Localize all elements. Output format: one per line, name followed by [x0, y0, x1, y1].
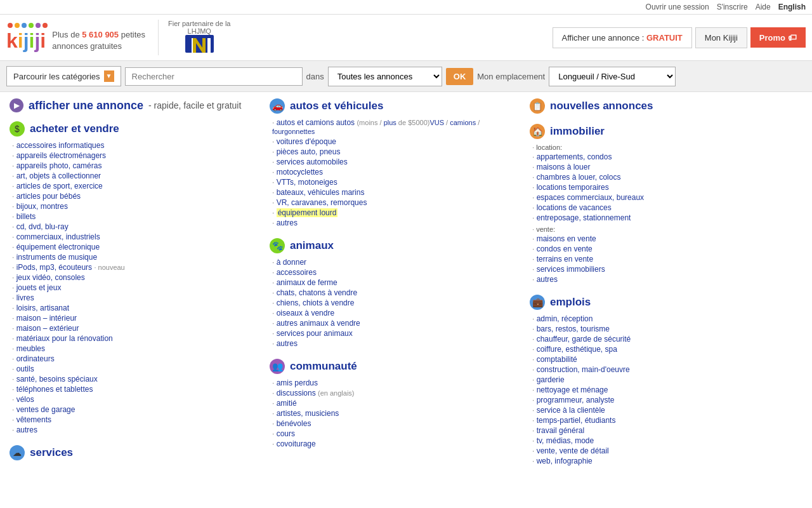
coiffure-link[interactable]: coiffure, esthétique, spa: [537, 345, 617, 354]
locations-vacances-link[interactable]: locations de vacances: [537, 203, 612, 212]
condos-vente-link[interactable]: condos en vente: [537, 244, 593, 253]
autos-link[interactable]: autos: [336, 118, 355, 127]
temps-partiel-link[interactable]: temps-partiel, étudiants: [537, 416, 616, 425]
autos-autres-link[interactable]: autres: [277, 218, 298, 227]
immobilier-autres-link[interactable]: autres: [537, 275, 558, 284]
acheter-autres-link[interactable]: autres: [16, 425, 37, 434]
animaux-ferme-link[interactable]: animaux de ferme: [277, 278, 337, 287]
chiens-link[interactable]: chiens, chiots à vendre: [277, 298, 355, 307]
ventes-garage-link[interactable]: ventes de garage: [16, 405, 75, 414]
materiaux-renovation-link[interactable]: matériaux pour la rénovation: [16, 334, 113, 343]
motocyclettes-link[interactable]: motocyclettes: [277, 168, 323, 177]
maisons-louer-link[interactable]: maisons à louer: [537, 163, 591, 171]
bars-restos-link[interactable]: bars, restos, tourisme: [537, 324, 610, 333]
vente-detail-link[interactable]: vente, vente de détail: [537, 446, 609, 455]
amitie-link[interactable]: amitié: [277, 399, 297, 408]
instruments-musique-link[interactable]: instruments de musique: [16, 253, 97, 262]
animaux-autres-link[interactable]: autres: [277, 339, 298, 348]
plus-link[interactable]: plus: [384, 119, 396, 126]
comptabilite-link[interactable]: comptabilité: [537, 355, 577, 364]
articles-bebes-link[interactable]: articles pour bébés: [16, 192, 81, 201]
espaces-commerciaux-link[interactable]: espaces commerciaux, bureaux: [537, 193, 644, 202]
amis-perdus-link[interactable]: amis perdus: [277, 378, 318, 387]
emplois-title[interactable]: emplois: [550, 296, 591, 309]
appareils-photo-link[interactable]: appareils photo, caméras: [16, 161, 102, 170]
autos-title[interactable]: autos et véhicules: [290, 100, 383, 112]
equipement-lourd-link[interactable]: équipement lourd: [277, 208, 338, 217]
inscrire-link[interactable]: S'inscrire: [717, 3, 748, 11]
vr-caravanes-link[interactable]: VR, caravanes, remorques: [277, 198, 367, 207]
aide-link[interactable]: Aide: [756, 3, 771, 11]
art-objets-link[interactable]: art, objets à collectionner: [16, 171, 101, 180]
entreposage-link[interactable]: entreposage, stationnement: [537, 213, 631, 222]
chambres-louer-link[interactable]: chambres à louer, colocs: [537, 173, 621, 182]
equipement-electronique-link[interactable]: équipement électronique: [16, 243, 100, 251]
logo-link[interactable]: kijiji: [6, 30, 46, 51]
vetements-link[interactable]: vêtements: [16, 415, 51, 424]
location-select[interactable]: Longueuil / Rive-Sud: [549, 67, 676, 86]
nouvelles-title-link[interactable]: nouvelles annonces: [550, 100, 653, 112]
services-title[interactable]: services: [30, 446, 73, 459]
garderie-link[interactable]: garderie: [537, 375, 565, 384]
travail-general-link[interactable]: travail général: [537, 426, 584, 435]
pieces-auto-link[interactable]: pièces auto, pneus: [277, 147, 341, 156]
construction-link[interactable]: construction, main-d'oeuvre: [537, 365, 630, 374]
animaux-title[interactable]: animaux: [290, 239, 334, 252]
chauffeur-link[interactable]: chauffeur, garde de sécurité: [537, 335, 631, 344]
acheter-vendre-title[interactable]: acheter et vendre: [30, 123, 119, 135]
tv-medias-link[interactable]: tv, médias, mode: [537, 436, 594, 445]
autres-animaux-link[interactable]: autres animaux à vendre: [277, 319, 360, 328]
billets-link[interactable]: billets: [16, 212, 36, 221]
loisirs-link[interactable]: loisirs, artisanat: [16, 304, 69, 312]
autos-camions-link[interactable]: autos et camions: [277, 118, 334, 127]
locations-temporaires-link[interactable]: locations temporaires: [537, 183, 609, 192]
services-animaux-link[interactable]: services pour animaux: [277, 329, 353, 338]
appareils-electromenagers-link[interactable]: appareils électroménagers: [16, 151, 106, 160]
livres-link[interactable]: livres: [16, 293, 34, 302]
jeux-video-link[interactable]: jeux vidéo, consoles: [16, 273, 85, 282]
accessoires-informatiques-link[interactable]: accessoires informatiques: [16, 141, 105, 150]
artistes-link[interactable]: artistes, musiciens: [277, 409, 339, 418]
bijoux-montres-link[interactable]: bijoux, montres: [16, 202, 68, 211]
services-immobiliers-link[interactable]: services immobiliers: [537, 265, 605, 274]
terrains-vente-link[interactable]: terrains en vente: [537, 255, 593, 264]
category-select[interactable]: Toutes les annonces: [328, 67, 442, 86]
benevoles-link[interactable]: bénévoles: [277, 419, 311, 428]
cd-dvd-link[interactable]: cd, dvd, blu-ray: [16, 222, 69, 231]
fourgonnettes-link[interactable]: fourgonnettes: [272, 128, 315, 135]
communaute-title[interactable]: communauté: [290, 360, 357, 373]
commerciaux-link[interactable]: commerciaux, industriels: [16, 232, 100, 241]
parcourir-button[interactable]: Parcourir les catégories ▼: [6, 66, 121, 86]
sante-link[interactable]: santé, besoins spéciaux: [16, 375, 98, 384]
service-clientele-link[interactable]: service à la clientèle: [537, 406, 605, 415]
bateaux-link[interactable]: bateaux, véhicules marins: [277, 188, 365, 197]
vtts-link[interactable]: VTTs, motoneiges: [277, 178, 337, 187]
accessoires-animaux-link[interactable]: accessoires: [277, 268, 317, 277]
chats-link[interactable]: chats, chatons à vendre: [277, 288, 357, 297]
camions-link[interactable]: camions: [450, 119, 476, 126]
mon-kijiji-button[interactable]: Mon Kijiji: [695, 27, 747, 48]
telephones-link[interactable]: téléphones et tablettes: [16, 385, 93, 394]
jouets-jeux-link[interactable]: jouets et jeux: [16, 283, 62, 292]
services-automobiles-link[interactable]: services automobiles: [277, 157, 348, 166]
velos-link[interactable]: vélos: [16, 395, 34, 404]
web-infographie-link[interactable]: web, infographie: [537, 457, 593, 465]
nettoyage-link[interactable]: nettoyage et ménage: [537, 385, 608, 394]
afficher-une-annonce-link[interactable]: afficher une annonce: [29, 99, 143, 112]
maisons-vente-link[interactable]: maisons en vente: [537, 234, 596, 243]
articles-sport-link[interactable]: articles de sport, exercice: [16, 182, 103, 190]
ouvrir-session-link[interactable]: Ouvrir une session: [646, 3, 709, 11]
immobilier-title[interactable]: immobilier: [550, 125, 605, 138]
admin-reception-link[interactable]: admin, réception: [537, 314, 593, 323]
afficher-annonce-button[interactable]: Afficher une annonce : GRATUIT: [553, 27, 692, 48]
appartements-condos-link[interactable]: appartements, condos: [537, 152, 612, 161]
oiseaux-link[interactable]: oiseaux à vendre: [277, 309, 334, 318]
covoiturage-link[interactable]: covoiturage: [277, 439, 316, 448]
maison-exterieur-link[interactable]: maison – extérieur: [16, 324, 79, 333]
ordinateurs-link[interactable]: ordinateurs: [16, 354, 55, 363]
voitures-epoque-link[interactable]: voitures d'époque: [277, 137, 336, 146]
search-ok-button[interactable]: OK: [446, 68, 474, 85]
meubles-link[interactable]: meubles: [16, 344, 45, 353]
cours-link[interactable]: cours: [277, 429, 295, 438]
maison-interieur-link[interactable]: maison – intérieur: [16, 314, 77, 323]
